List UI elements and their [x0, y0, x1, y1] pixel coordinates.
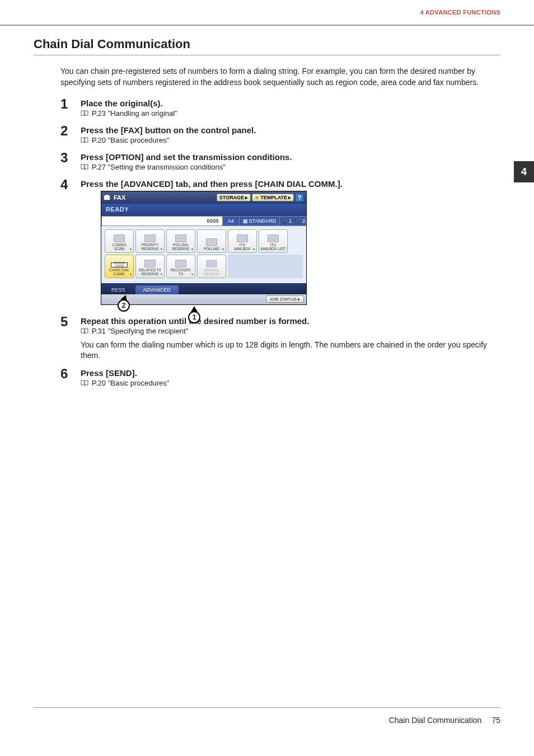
btn-manual-receive[interactable]: MANUAL RECEIVE: [197, 255, 226, 278]
btn-chain-dial-comm[interactable]: XXXXXX +XXXX CHAIN DIAL COMM.: [105, 255, 134, 278]
callout-2: 2: [118, 299, 130, 312]
step-number: 4: [60, 178, 81, 309]
step-title: Press [SEND].: [81, 368, 500, 378]
resolution-mode: ▦STANDARD: [239, 216, 279, 226]
btn-recovery-tx[interactable]: RECOVERY TX: [166, 255, 195, 278]
header-breadcrumb: 4 ADVANCED FUNCTIONS: [420, 9, 500, 16]
ref-text: P.31 "Specifying the recipient": [92, 327, 188, 335]
step-title: Place the original(s).: [81, 98, 500, 108]
book-icon: [81, 164, 88, 170]
page-reference: P.31 "Specifying the recipient": [81, 327, 500, 335]
svg-rect-0: [104, 196, 110, 200]
ref-text: P.20 "Basic procedures": [92, 136, 169, 144]
paper-size: A4: [222, 216, 239, 226]
btn-2sided-scan[interactable]: 2-SIDED SCAN: [105, 229, 134, 253]
fax-panel-screenshot: FAX STORAGE▸ ★TEMPLATE▸ ? READY 0000 A4 …: [101, 191, 307, 305]
page-reference: P.20 "Basic procedures": [81, 136, 500, 144]
step-number: 2: [60, 124, 81, 145]
options-grid: 2-SIDED SCAN PRIORITY RESERVE POLLING RE…: [101, 226, 306, 283]
callout-1: 1: [188, 311, 200, 323]
chapter-side-tab: 4: [514, 161, 534, 182]
book-icon: [81, 380, 88, 386]
page-reference: P.23 "Handling an original": [81, 109, 500, 118]
ref-text: P.27 "Setting the transmission condition…: [92, 163, 226, 171]
help-button[interactable]: ?: [295, 193, 304, 202]
status-bar: 0000 A4 ▦STANDARD 📞1 📞2: [101, 216, 306, 226]
storage-button[interactable]: STORAGE▸: [217, 194, 251, 201]
btn-polling-reserve[interactable]: POLLING RESERVE: [166, 229, 195, 253]
step-2: 2 Press the [FAX] button on the control …: [60, 124, 500, 145]
panel-tabs: RESS ADVANCED: [101, 283, 306, 294]
btn-delayed-tx-reserve[interactable]: DELAYED TX RESERVE: [135, 255, 165, 278]
footer-title: Chain Dial Communication: [389, 716, 482, 725]
btn-itu-mailbox[interactable]: ITU MAILBOX: [228, 229, 257, 253]
status-ready: READY: [101, 204, 306, 216]
ref-text: P.23 "Handling an original": [92, 109, 177, 118]
step-5: 5 Repeat this operation until the desire…: [60, 315, 500, 361]
book-icon: [81, 328, 88, 334]
panel-footer: JOB STATUS ▸: [101, 294, 306, 304]
step-title: Repeat this operation until the desired …: [81, 316, 500, 326]
panel-titlebar: FAX STORAGE▸ ★TEMPLATE▸ ?: [101, 191, 306, 204]
tab-advanced[interactable]: ADVANCED: [135, 285, 179, 294]
counter: 0000: [101, 216, 222, 226]
step-note: You can form the dialing number which is…: [81, 340, 500, 361]
book-icon: [81, 137, 88, 143]
ref-text: P.20 "Basic procedures": [92, 379, 169, 387]
page-header: 4 ADVANCED FUNCTIONS: [0, 0, 534, 26]
step-title: Press [OPTION] and set the transmission …: [81, 152, 500, 162]
svg-rect-1: [105, 195, 109, 196]
btn-polling[interactable]: POLLING: [197, 229, 226, 253]
btn-priority-reserve[interactable]: PRIORITY RESERVE: [135, 229, 165, 253]
step-number: 5: [60, 315, 81, 361]
step-number: 1: [60, 97, 81, 119]
page-reference: P.20 "Basic procedures": [81, 379, 500, 387]
step-number: 3: [60, 151, 81, 172]
step-title: Press the [FAX] button on the control pa…: [81, 125, 500, 135]
page-reference: P.27 "Setting the transmission condition…: [81, 163, 500, 171]
step-3: 3 Press [OPTION] and set the transmissio…: [60, 151, 500, 172]
step-number: 6: [60, 367, 81, 388]
step-4: 4 Press the [ADVANCED] tab, and then pre…: [60, 178, 500, 309]
panel-title: FAX: [114, 194, 125, 201]
btn-itu-mailbox-list[interactable]: ITU MAILBOX LIST: [259, 229, 288, 253]
footer-page-number: 75: [491, 716, 500, 725]
job-status-button[interactable]: JOB STATUS ▸: [266, 295, 304, 303]
tab-address[interactable]: RESS: [104, 285, 133, 294]
line-indicators: 📞1 📞2: [279, 216, 306, 226]
book-icon: [81, 110, 88, 116]
intro-paragraph: You can chain pre-registered sets of num…: [60, 65, 500, 88]
fax-icon: [104, 194, 111, 201]
page-footer: Chain Dial Communication 75: [34, 707, 500, 725]
step-1: 1 Place the original(s). P.23 "Handling …: [60, 97, 500, 119]
template-button[interactable]: ★TEMPLATE▸: [252, 194, 294, 201]
step-6: 6 Press [SEND]. P.20 "Basic procedures": [60, 367, 500, 388]
page-content: Chain Dial Communication You can chain p…: [0, 26, 534, 388]
step-title: Press the [ADVANCED] tab, and then press…: [81, 179, 500, 189]
section-heading: Chain Dial Communication: [34, 37, 500, 55]
